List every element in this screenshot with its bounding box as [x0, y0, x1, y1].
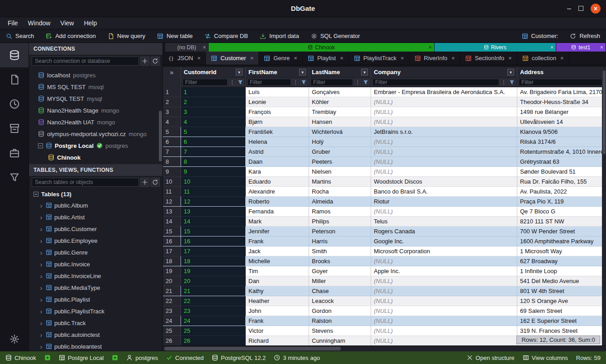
cell-firstname[interactable]: Heather: [246, 296, 309, 306]
cell-company[interactable]: Woodstock Discos: [371, 177, 517, 187]
activity-file-button[interactable]: [0, 67, 29, 92]
close-icon[interactable]: ×: [401, 55, 404, 61]
table-row-22[interactable]: 2222HeatherLeacock(NULL)120 S Orange Ave: [163, 296, 606, 306]
cell-address[interactable]: 1 Infinite Loop: [517, 266, 606, 276]
cell-lastname[interactable]: Harris: [309, 236, 371, 246]
status-open-structure[interactable]: Open structure: [467, 355, 515, 361]
cell-address[interactable]: Theodor-Heuss-Straße 34: [517, 97, 606, 107]
cell-company[interactable]: (NULL): [371, 286, 517, 296]
cell-firstname[interactable]: Leonie: [246, 97, 309, 107]
cell-company[interactable]: (NULL): [371, 207, 517, 217]
cell-address[interactable]: Av. Brigadeiro Faria Lima, 2170: [517, 87, 606, 97]
cell-lastname[interactable]: Chase: [309, 286, 371, 296]
cell-lastname[interactable]: Goyer: [309, 266, 371, 276]
cell-lastname[interactable]: Stevens: [309, 326, 371, 336]
cell-customerid[interactable]: 1: [181, 87, 246, 97]
cell-company[interactable]: (NULL): [371, 276, 517, 286]
status-rows-59[interactable]: Rows: 59: [576, 355, 601, 361]
collapse-icon[interactable]: −: [38, 143, 43, 148]
cell-customerid[interactable]: 11: [181, 187, 246, 197]
chevron-right-icon[interactable]: ›: [39, 249, 43, 256]
column-header-address[interactable]: Address: [517, 67, 606, 77]
table-row-13[interactable]: 1313FernandaRamos(NULL)Qe 7 Bloco G: [163, 207, 606, 217]
close-icon[interactable]: ×: [452, 55, 455, 61]
cell-lastname[interactable]: Peeters: [309, 157, 371, 167]
table-row-1[interactable]: 11LuísGonçalvesEmbraer - Empresa Brasile…: [163, 87, 606, 97]
cell-customerid[interactable]: 23: [181, 306, 246, 316]
cell-address[interactable]: 1 Microsoft Way: [517, 246, 606, 256]
cell-address[interactable]: 1600 Amphitheatre Parkway: [517, 236, 606, 246]
cell-firstname[interactable]: Michelle: [246, 256, 309, 266]
cell-customerid[interactable]: 18: [181, 256, 246, 266]
cell-firstname[interactable]: Dan: [246, 276, 309, 286]
cell-firstname[interactable]: Kathy: [246, 286, 309, 296]
filter-menu-button[interactable]: ⋮: [292, 79, 299, 86]
cell-company[interactable]: (NULL): [371, 157, 517, 167]
refresh-tables-button[interactable]: [151, 178, 160, 187]
chevron-right-icon[interactable]: ›: [39, 237, 43, 245]
db-tab-test1[interactable]: test1×: [556, 43, 606, 52]
cell-lastname[interactable]: Ralston: [309, 316, 371, 326]
table-item-public-genre[interactable]: ›public.Genre: [29, 246, 162, 258]
column-header-company[interactable]: Company▾: [371, 67, 517, 77]
filter-funnel-button[interactable]: [362, 79, 369, 86]
cell-company[interactable]: Apple Inc.: [371, 266, 517, 276]
filter-input-address[interactable]: [519, 79, 604, 86]
filter-input-firstname[interactable]: [247, 79, 291, 86]
cell-customerid[interactable]: 22: [181, 296, 246, 306]
cell-firstname[interactable]: František: [246, 127, 309, 137]
tab-playlisttrack[interactable]: PlaylistTrack×: [349, 52, 410, 65]
cell-customerid[interactable]: 5: [181, 127, 246, 137]
table-row-10[interactable]: 1010EduardoMartinsWoodstock DiscosRua Dr…: [163, 177, 606, 187]
cell-lastname[interactable]: Wichterlová: [309, 127, 371, 137]
toolbar-compare-db[interactable]: Compare DB: [199, 29, 254, 43]
connection-localhost[interactable]: localhostpostgres: [29, 69, 162, 81]
tab-collection[interactable]: collection×: [517, 52, 569, 65]
activity-gear-button[interactable]: [0, 327, 29, 351]
column-header-firstname[interactable]: FirstName▾: [246, 67, 309, 77]
cell-address[interactable]: Rilská 3174/6: [517, 137, 606, 147]
cell-company[interactable]: (NULL): [371, 167, 517, 177]
cell-lastname[interactable]: Brooks: [309, 256, 371, 266]
cell-address[interactable]: Klanova 9/506: [517, 127, 606, 137]
cell-customerid[interactable]: 26: [181, 336, 246, 345]
menu-file[interactable]: File: [3, 17, 23, 29]
cell-customerid[interactable]: 13: [181, 207, 246, 217]
cell-customerid[interactable]: 10: [181, 177, 246, 187]
close-icon[interactable]: ×: [294, 55, 297, 61]
cell-lastname[interactable]: Nielsen: [309, 167, 371, 177]
cell-address[interactable]: 69 Salem Street: [517, 306, 606, 316]
filter-input-company[interactable]: [372, 79, 499, 86]
cell-company[interactable]: (NULL): [371, 137, 517, 147]
table-row-2[interactable]: 22LeonieKöhler(NULL)Theodor-Heuss-Straße…: [163, 97, 606, 107]
cell-firstname[interactable]: François: [246, 107, 309, 117]
cell-customerid[interactable]: 2: [181, 97, 246, 107]
cell-address[interactable]: 8210 111 ST NW: [517, 217, 606, 227]
cell-lastname[interactable]: Ramos: [309, 207, 371, 217]
connection-search-input[interactable]: [32, 57, 139, 66]
chevron-right-icon[interactable]: ›: [39, 284, 43, 292]
cell-customerid[interactable]: 15: [181, 227, 246, 236]
cell-address[interactable]: 162 E Superior Street: [517, 316, 606, 326]
cell-customerid[interactable]: 16: [181, 236, 246, 246]
cell-firstname[interactable]: Helena: [246, 137, 309, 147]
expand-all-button[interactable]: »: [163, 67, 181, 77]
cell-firstname[interactable]: Jennifer: [246, 227, 309, 236]
toolbar-import-data[interactable]: Import data: [254, 29, 305, 43]
close-icon[interactable]: ×: [508, 55, 512, 61]
tab-customer[interactable]: Customer×: [206, 52, 259, 65]
tables-group-row[interactable]: − Tables (13): [29, 189, 162, 199]
cell-lastname[interactable]: Gonçalves: [309, 87, 371, 97]
cell-address[interactable]: 541 Del Medio Avenue: [517, 276, 606, 286]
cell-lastname[interactable]: Peterson: [309, 227, 371, 236]
table-row-6[interactable]: 66HelenaHolý(NULL)Rilská 3174/6: [163, 137, 606, 147]
cell-lastname[interactable]: Köhler: [309, 97, 371, 107]
chevron-right-icon[interactable]: ›: [39, 213, 43, 221]
cell-address[interactable]: 801 W 4th Street: [517, 286, 606, 296]
tab-riverinfo[interactable]: RiverInfo×: [410, 52, 461, 65]
cell-firstname[interactable]: Richard: [246, 336, 309, 345]
cell-address[interactable]: Qe 7 Bloco G: [517, 207, 606, 217]
cell-company[interactable]: Google Inc.: [371, 236, 517, 246]
cell-firstname[interactable]: Daan: [246, 157, 309, 167]
column-header-lastname[interactable]: LastName▾: [309, 67, 371, 77]
